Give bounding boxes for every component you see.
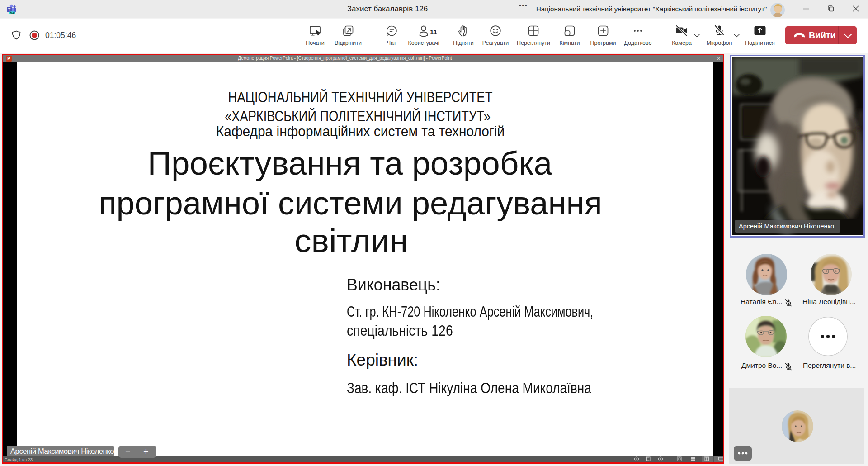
svg-text:T: T — [8, 7, 11, 12]
svg-text:NEW: NEW — [10, 12, 15, 14]
